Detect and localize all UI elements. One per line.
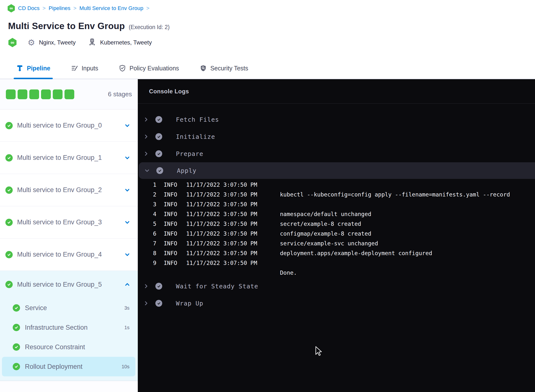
- success-check-icon: [5, 186, 13, 194]
- breadcrumb-link[interactable]: Multi Service to Env Group: [79, 5, 143, 11]
- tab-security-tests[interactable]: Security Tests: [197, 58, 251, 79]
- console-step-row[interactable]: Fetch Files: [138, 111, 535, 128]
- chevron-right-icon: [143, 283, 149, 289]
- console-step-name: Fetch Files: [176, 116, 219, 123]
- console-step-row[interactable]: Apply: [139, 162, 535, 179]
- stage-row[interactable]: Multi service to Env Group_2: [0, 174, 138, 206]
- chevron-right-icon: [143, 134, 149, 140]
- log-line: Done.: [143, 268, 535, 278]
- stage-step-row[interactable]: Rollout Deployment10s: [2, 357, 135, 376]
- success-check-icon: [5, 154, 13, 162]
- success-check-icon: [13, 363, 20, 370]
- breadcrumb-link[interactable]: Pipelines: [49, 5, 70, 11]
- success-check-icon: [13, 324, 20, 331]
- console-header: Console Logs: [138, 79, 535, 104]
- execution-meta: ∞ ⚙ Nginx, Tweety Kubernetes, Tweety: [8, 38, 535, 47]
- console-title: Console Logs: [149, 88, 189, 95]
- breadcrumb-link[interactable]: CD Docs: [18, 5, 40, 11]
- step-name: Rollout Deployment: [25, 363, 122, 370]
- security-tests-icon: [200, 65, 207, 72]
- success-check-icon: [5, 219, 13, 226]
- stage-row[interactable]: Multi service to Env Group_3: [0, 206, 138, 239]
- console-step-row[interactable]: Initialize: [138, 128, 535, 145]
- stage-name: Multi service to Env Group_1: [17, 154, 124, 162]
- log-timestamp: 11/17/2022 3:07:50 PM: [186, 211, 280, 217]
- inputs-icon: [71, 65, 78, 72]
- console-step-row[interactable]: Prepare: [138, 145, 535, 162]
- log-line: 6INFO11/17/2022 3:07:50 PMconfigmap/exam…: [143, 229, 535, 239]
- log-line: 4INFO11/17/2022 3:07:50 PMnamespace/defa…: [143, 209, 535, 219]
- log-timestamp: 11/17/2022 3:07:50 PM: [186, 191, 280, 198]
- stage-row[interactable]: Multi service to Env Group_1: [0, 142, 138, 174]
- chevron-down-icon: [124, 219, 130, 226]
- stage-status-square: [64, 89, 74, 99]
- log-line: 5INFO11/17/2022 3:07:50 PMsecret/example…: [143, 219, 535, 229]
- stage-step-row[interactable]: Infrastructure Section1s: [2, 318, 135, 337]
- log-level: INFO: [164, 260, 178, 266]
- stage-row[interactable]: Multi service to Env Group_0: [0, 109, 138, 142]
- harness-cd-icon: ∞: [8, 38, 17, 47]
- log-line-number: 8: [143, 250, 156, 256]
- log-line: 7INFO11/17/2022 3:07:50 PMservice/exampl…: [143, 239, 535, 248]
- log-line-number: 1: [143, 182, 156, 188]
- tab-bar: PipelineInputsPolicy EvaluationsSecurity…: [0, 58, 535, 79]
- stages-count-label: 6 stages: [108, 90, 132, 98]
- log-line-number: 5: [143, 221, 156, 227]
- log-timestamp: 11/17/2022 3:07:50 PM: [186, 221, 280, 227]
- log-block: 1INFO11/17/2022 3:07:50 PM2INFO11/17/202…: [138, 179, 535, 278]
- pipeline-icon: [16, 65, 23, 72]
- log-line-number: 9: [143, 260, 156, 266]
- step-name: Service: [25, 304, 124, 312]
- step-duration: 1s: [124, 325, 129, 330]
- console-step-name: Initialize: [176, 133, 215, 140]
- chevron-up-icon: [124, 281, 130, 288]
- policy-evaluations-icon: [119, 65, 126, 72]
- success-check-icon: [13, 304, 20, 312]
- tab-inputs[interactable]: Inputs: [68, 58, 101, 79]
- console-body: Fetch FilesInitializePrepareApply1INFO11…: [138, 104, 535, 312]
- tab-pipeline[interactable]: Pipeline: [14, 58, 53, 79]
- chevron-right-icon: [143, 117, 149, 122]
- environments-icon: [88, 38, 96, 47]
- success-check-icon: [13, 343, 20, 351]
- log-level: INFO: [164, 201, 178, 207]
- log-line: 2INFO11/17/2022 3:07:50 PMkubectl --kube…: [143, 190, 535, 199]
- chevron-down-icon: [124, 251, 130, 258]
- chevron-down-icon: [144, 168, 150, 174]
- tab-policy-evaluations[interactable]: Policy Evaluations: [116, 58, 182, 79]
- stage-summary: 6 stages: [0, 79, 138, 109]
- log-level: INFO: [164, 250, 178, 256]
- console-step-name: Wrap Up: [176, 300, 203, 307]
- log-line-number: 6: [143, 230, 156, 237]
- log-level: INFO: [164, 240, 178, 247]
- execution-id: (Execution Id: 2): [129, 24, 170, 31]
- stage-row[interactable]: Multi service to Env Group_4: [0, 239, 138, 271]
- stage-status-square: [41, 89, 51, 99]
- breadcrumb-items: CD Docs>Pipelines>Multi Service to Env G…: [18, 5, 150, 11]
- tab-label: Inputs: [82, 65, 98, 72]
- breadcrumb-separator: >: [146, 5, 150, 11]
- step-success-check-icon: [155, 133, 162, 140]
- step-success-check-icon: [155, 150, 162, 157]
- console-step-name: Prepare: [176, 150, 203, 157]
- console-step-row[interactable]: Wait for Steady State: [138, 278, 535, 295]
- stage-status-square: [18, 89, 27, 99]
- chevron-down-icon: [124, 187, 130, 193]
- page-header: ∞ CD Docs>Pipelines>Multi Service to Env…: [0, 0, 535, 79]
- step-name: Infrastructure Section: [25, 324, 124, 331]
- log-timestamp: 11/17/2022 3:07:50 PM: [186, 182, 280, 188]
- log-level: INFO: [164, 211, 178, 217]
- stage-row[interactable]: Multi service to Env Group_5: [0, 271, 138, 298]
- log-line-number: 2: [143, 191, 156, 198]
- log-line-number: 7: [143, 240, 156, 247]
- step-name: Resource Constraint: [25, 343, 129, 351]
- console-step-row[interactable]: Wrap Up: [138, 295, 535, 312]
- log-message: deployment.apps/example-deployment confi…: [280, 250, 535, 256]
- log-line-number: 3: [143, 201, 156, 207]
- stage-step-row[interactable]: Resource Constraint: [2, 337, 135, 357]
- log-line: 9INFO11/17/2022 3:07:50 PM: [143, 258, 535, 268]
- step-success-check-icon: [155, 283, 162, 290]
- stage-name: Multi service to Env Group_4: [17, 251, 124, 258]
- tab-label: Policy Evaluations: [129, 65, 179, 72]
- stage-step-row[interactable]: Service3s: [2, 298, 135, 318]
